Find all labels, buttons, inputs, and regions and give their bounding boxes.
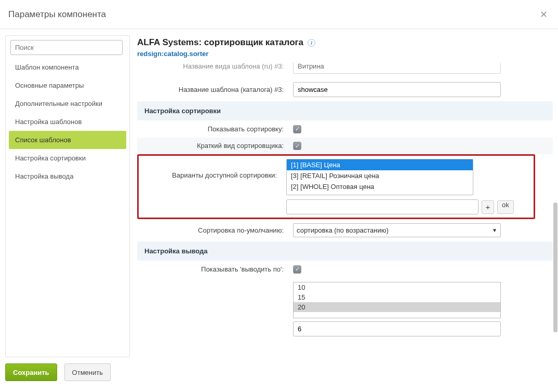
show-sort-label: Показывать сортировку: (137, 125, 293, 133)
sidebar-item-sort-settings[interactable]: Настройка сортировки (9, 149, 126, 167)
tpl-name-catalog-input[interactable] (293, 82, 501, 97)
dialog-title: Параметры компонента (8, 9, 106, 20)
sidebar-item-main-params[interactable]: Основные параметры (9, 76, 126, 94)
sidebar: Шаблон компонента Основные параметры Доп… (5, 35, 130, 357)
dialog-title-bar: Параметры компонента ✕ (0, 0, 558, 29)
sort-variant-option[interactable]: [1] [BASE] Цена (287, 159, 473, 170)
show-output-label: Показывать 'выводить по': (137, 265, 293, 273)
tpl-name-ru-input[interactable] (293, 63, 501, 74)
sort-variant-add-input[interactable] (286, 199, 479, 214)
sort-variants-highlight: Варианты доступной сортировки: [1] [BASE… (137, 154, 535, 219)
section-sort-settings: Настройка сортировки (137, 101, 553, 120)
sort-default-value: сортировка (по возрастанию) (297, 226, 389, 234)
sidebar-search-input[interactable] (10, 40, 123, 55)
tpl-name-ru-label: Название вида шаблона (ru) #3: (137, 63, 293, 70)
chevron-down-icon: ▼ (492, 227, 497, 233)
short-view-label: Краткий вид сортировщика: (137, 142, 293, 150)
main-panel: ALFA Systems: сортировщик каталога i red… (130, 35, 553, 357)
component-code: redsign:catalog.sorter (137, 50, 553, 58)
section-output-settings: Настройка вывода (137, 241, 553, 261)
sidebar-item-template-settings[interactable]: Настройка шаблонов (9, 113, 126, 131)
sort-variants-listbox[interactable]: [1] [BASE] Цена [3] [RETAIL] Розничная ц… (286, 159, 473, 195)
tpl-name-catalog-label: Название шаблона (каталога) #3: (137, 86, 293, 93)
info-icon[interactable]: i (308, 39, 315, 47)
save-button[interactable]: Сохранить (5, 363, 57, 381)
sidebar-item-output-settings[interactable]: Настройка вывода (9, 167, 126, 185)
output-count-option[interactable]: 15 (294, 292, 500, 302)
sidebar-item-extra-settings[interactable]: Дополнительные настройки (9, 94, 126, 113)
output-count-option[interactable]: 20 (294, 302, 500, 312)
sort-variant-option[interactable]: [2] [WHOLE] Оптовая цена (287, 181, 473, 192)
sort-default-label: Сортировка по-умолчанию: (137, 226, 293, 234)
form-scroll-area[interactable]: Название вида шаблона (ru) #3: Название … (137, 63, 553, 357)
show-sort-checkbox[interactable]: ✓ (293, 125, 301, 133)
main-header: ALFA Systems: сортировщик каталога i red… (137, 35, 553, 63)
dialog-footer: Сохранить Отменить (0, 359, 558, 385)
maximize-button[interactable] (522, 8, 534, 21)
sort-variant-add-button[interactable]: + (482, 200, 494, 214)
component-title: ALFA Systems: сортировщик каталога (137, 37, 303, 48)
sort-variant-ok-button[interactable]: ok (497, 200, 514, 214)
sort-default-select[interactable]: сортировка (по возрастанию) ▼ (293, 223, 501, 237)
show-output-checkbox[interactable]: ✓ (293, 265, 301, 274)
outer-scrollbar-thumb[interactable] (553, 202, 557, 332)
sort-variant-option[interactable]: [3] [RETAIL] Розничная цена (287, 170, 473, 181)
short-view-checkbox[interactable]: ✓ (293, 142, 301, 150)
output-count-option[interactable]: 10 (294, 282, 500, 292)
output-extra-input[interactable] (293, 321, 501, 336)
sidebar-item-template[interactable]: Шаблон компонента (9, 58, 126, 76)
close-button[interactable]: ✕ (537, 8, 550, 21)
sidebar-item-template-list[interactable]: Список шаблонов (9, 131, 126, 149)
sort-variants-label: Варианты доступной сортировки: (139, 159, 286, 179)
cancel-button[interactable]: Отменить (64, 363, 111, 381)
output-counts-listbox[interactable]: 10 15 20 (293, 282, 501, 318)
outer-scrollbar[interactable] (553, 67, 558, 360)
